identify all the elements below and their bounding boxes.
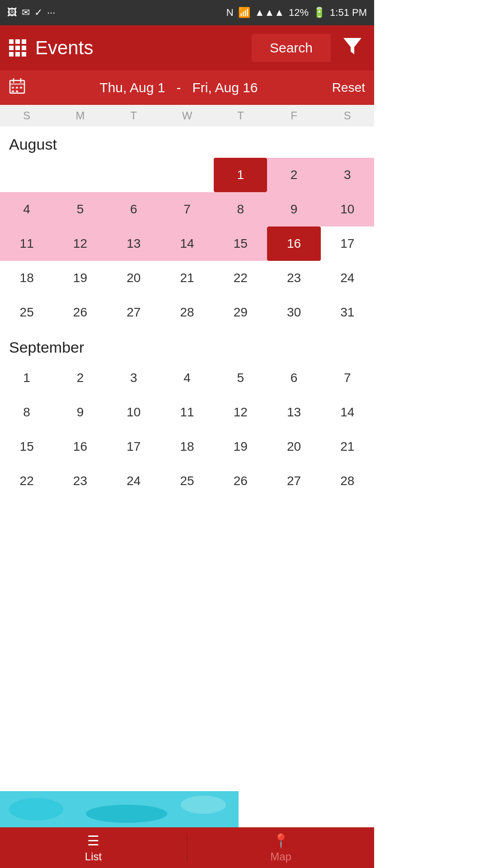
status-bar: 🖼 ✉ ✓ ··· N 📶 ▲▲▲ 12% 🔋 1:51 PM (0, 0, 374, 25)
nfc-icon: N (226, 7, 234, 19)
cal-cell-aug-5[interactable]: 5 (53, 192, 107, 226)
cal-cell-aug-21[interactable]: 21 (160, 261, 214, 295)
cal-cell-aug-25[interactable]: 25 (0, 295, 53, 330)
cal-cell-sep-9[interactable]: 9 (53, 395, 107, 429)
search-button[interactable]: Search (252, 34, 331, 62)
cal-cell-sep-13[interactable]: 13 (267, 395, 320, 429)
cal-cell-sep-20[interactable]: 20 (267, 429, 320, 464)
cal-cell-aug-3[interactable]: 3 (321, 158, 374, 192)
cal-cell-sep-2[interactable]: 2 (53, 361, 107, 395)
cal-cell-aug-28[interactable]: 28 (160, 295, 214, 330)
august-grid: 1 2 3 4 5 6 7 8 9 10 11 12 13 14 15 16 1… (0, 158, 374, 330)
day-header-sat: S (321, 109, 374, 122)
date-start: Thu, Aug 1 (99, 80, 165, 95)
cal-cell-aug-14[interactable]: 14 (160, 226, 214, 261)
cal-cell-aug-9[interactable]: 9 (267, 192, 320, 226)
svg-rect-2 (10, 83, 24, 85)
cal-cell-sep-25[interactable]: 25 (160, 464, 214, 498)
cal-cell-aug-8[interactable]: 8 (214, 192, 267, 226)
september-grid: 1 2 3 4 5 6 7 8 9 10 11 12 13 14 15 16 1… (0, 361, 374, 498)
battery-icon: 🔋 (313, 7, 325, 19)
reset-button[interactable]: Reset (332, 80, 365, 95)
cal-cell-sep-17[interactable]: 17 (107, 429, 160, 464)
grid-menu-icon[interactable] (9, 39, 26, 57)
action-row: DONE (0, 791, 374, 810)
battery-label: 12% (289, 7, 309, 19)
cal-cell-aug-31[interactable]: 31 (321, 295, 374, 330)
cal-cell-aug-27[interactable]: 27 (107, 295, 160, 330)
cal-cell[interactable] (107, 158, 160, 192)
mail-icon: ✉ (22, 7, 30, 19)
cal-cell-aug-15[interactable]: 15 (214, 226, 267, 261)
cal-cell-sep-4[interactable]: 4 (160, 361, 214, 395)
cal-cell-aug-18[interactable]: 18 (0, 261, 53, 295)
page-title: Events (35, 37, 243, 59)
cal-cell-sep-15[interactable]: 15 (0, 429, 53, 464)
dots-icon: ··· (47, 7, 55, 19)
cal-cell-sep-12[interactable]: 12 (214, 395, 267, 429)
cal-cell-aug-4[interactable]: 4 (0, 192, 53, 226)
date-range-bar: Thu, Aug 1 - Fri, Aug 16 Reset (0, 71, 374, 105)
cal-cell-sep-18[interactable]: 18 (160, 429, 214, 464)
cal-cell-sep-23[interactable]: 23 (53, 464, 107, 498)
cal-cell-sep-1[interactable]: 1 (0, 361, 53, 395)
svg-rect-5 (12, 87, 14, 89)
cal-cell-aug-19[interactable]: 19 (53, 261, 107, 295)
august-label: August (0, 127, 374, 158)
cal-cell-aug-22[interactable]: 22 (214, 261, 267, 295)
cal-cell[interactable] (53, 158, 107, 192)
cal-cell-aug-30[interactable]: 30 (267, 295, 320, 330)
cal-cell-aug-2[interactable]: 2 (267, 158, 320, 192)
cal-cell-aug-6[interactable]: 6 (107, 192, 160, 226)
cal-cell-aug-10[interactable]: 10 (321, 192, 374, 226)
cal-cell-sep-27[interactable]: 27 (267, 464, 320, 498)
september-label: September (0, 330, 374, 361)
cal-cell-aug-20[interactable]: 20 (107, 261, 160, 295)
cal-cell-sep-5[interactable]: 5 (214, 361, 267, 395)
cal-cell-aug-26[interactable]: 26 (53, 295, 107, 330)
cal-cell-aug-29[interactable]: 29 (214, 295, 267, 330)
cal-cell-aug-1[interactable]: 1 (214, 158, 267, 192)
cal-cell-sep-6[interactable]: 6 (267, 361, 320, 395)
thumbnail-strip (0, 791, 239, 810)
cal-cell[interactable] (0, 158, 53, 192)
cal-cell-sep-28[interactable]: 28 (321, 464, 374, 498)
cal-cell-sep-16[interactable]: 16 (53, 429, 107, 464)
date-end: Fri, Aug 16 (192, 80, 258, 95)
cal-cell-aug-24[interactable]: 24 (321, 261, 374, 295)
filter-button[interactable] (340, 34, 365, 62)
image-icon: 🖼 (7, 7, 17, 19)
cal-cell-sep-26[interactable]: 26 (214, 464, 267, 498)
cal-cell-sep-7[interactable]: 7 (321, 361, 374, 395)
cal-cell-aug-7[interactable]: 7 (160, 192, 214, 226)
cal-cell-sep-8[interactable]: 8 (0, 395, 53, 429)
cal-cell-aug-13[interactable]: 13 (107, 226, 160, 261)
cal-cell-aug-12[interactable]: 12 (53, 226, 107, 261)
day-headers: S M T W T F S (0, 105, 374, 127)
cal-cell-sep-11[interactable]: 11 (160, 395, 214, 429)
cal-cell-sep-14[interactable]: 14 (321, 395, 374, 429)
day-header-tue: T (107, 109, 160, 122)
svg-rect-6 (16, 87, 18, 89)
date-range-text: Thu, Aug 1 - Fri, Aug 16 (33, 80, 325, 95)
date-separator: - (176, 80, 181, 95)
calendar-icon[interactable] (9, 78, 25, 98)
svg-rect-8 (12, 90, 14, 92)
cal-cell-aug-17[interactable]: 17 (321, 226, 374, 261)
cal-cell-sep-19[interactable]: 19 (214, 429, 267, 464)
cal-cell-aug-23[interactable]: 23 (267, 261, 320, 295)
header: Events Search (0, 25, 374, 71)
status-left: 🖼 ✉ ✓ ··· (7, 7, 55, 19)
cal-cell-sep-24[interactable]: 24 (107, 464, 160, 498)
cal-cell[interactable] (160, 158, 214, 192)
cal-cell-aug-16[interactable]: 16 (267, 226, 320, 261)
cal-cell-sep-22[interactable]: 22 (0, 464, 53, 498)
day-header-thu: T (214, 109, 267, 122)
signal-icon: ▲▲▲ (255, 7, 284, 19)
cal-cell-aug-11[interactable]: 11 (0, 226, 53, 261)
svg-rect-7 (20, 87, 22, 89)
cal-cell-sep-3[interactable]: 3 (107, 361, 160, 395)
cal-cell-sep-10[interactable]: 10 (107, 395, 160, 429)
cal-cell-sep-21[interactable]: 21 (321, 429, 374, 464)
svg-rect-9 (16, 90, 18, 92)
